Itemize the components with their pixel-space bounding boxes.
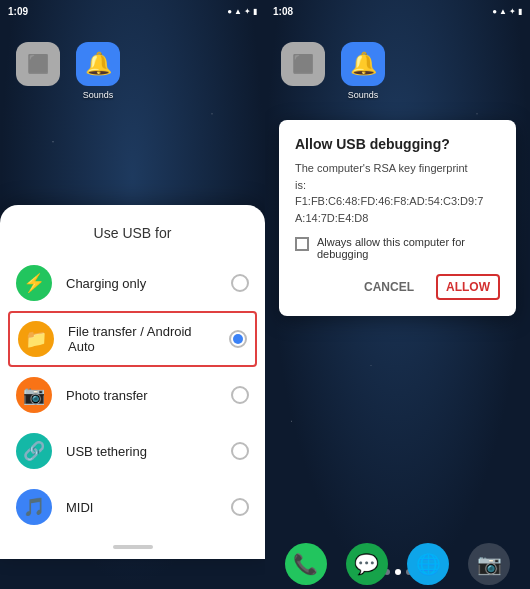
usb-option-tethering[interactable]: 🔗 USB tethering bbox=[0, 423, 265, 479]
nav-bar: 📞 💬 🌐 📷 bbox=[265, 539, 530, 589]
debug-fingerprint1: F1:FB:C6:48:FD:46:F8:AD:54:C3:D9:7 bbox=[295, 195, 483, 207]
midi-icon: 🎵 bbox=[16, 489, 52, 525]
right-wifi-icon: ▲ bbox=[499, 7, 507, 16]
nav-phone[interactable]: 📞 bbox=[285, 543, 327, 585]
filetransfer-label: File transfer / Android Auto bbox=[68, 324, 215, 354]
usb-sheet-title: Use USB for bbox=[0, 225, 265, 241]
charging-label: Charging only bbox=[66, 276, 217, 291]
left-time: 1:09 bbox=[8, 6, 28, 17]
debug-checkbox-row[interactable]: Always allow this computer for debugging bbox=[295, 236, 500, 260]
right-time: 1:08 bbox=[273, 6, 293, 17]
right-bluetooth-icon: ✦ bbox=[509, 7, 516, 16]
photo-label: Photo transfer bbox=[66, 388, 217, 403]
allow-button[interactable]: ALLOW bbox=[436, 274, 500, 300]
nav-camera[interactable]: 📷 bbox=[468, 543, 510, 585]
charging-icon: ⚡ bbox=[16, 265, 52, 301]
sheet-handle bbox=[113, 545, 153, 549]
usb-bottom-sheet: Use USB for ⚡ Charging only 📁 File trans… bbox=[0, 205, 265, 559]
usb-option-photo[interactable]: 📷 Photo transfer bbox=[0, 367, 265, 423]
right-phone: 1:08 ● ▲ ✦ ▮ ⬛ 🔔 Sounds Allow USB debugg… bbox=[265, 0, 530, 589]
filetransfer-radio[interactable] bbox=[229, 330, 247, 348]
cancel-button[interactable]: CANCEL bbox=[356, 274, 422, 300]
right-battery-icon: ▮ bbox=[518, 7, 522, 16]
right-status-bar: 1:08 ● ▲ ✦ ▮ bbox=[265, 0, 530, 22]
debug-body-line1: The computer's RSA key fingerprint bbox=[295, 162, 468, 174]
left-wifi-icon: ▲ bbox=[234, 7, 242, 16]
photo-radio[interactable] bbox=[231, 386, 249, 404]
always-allow-checkbox[interactable] bbox=[295, 237, 309, 251]
left-phone: 1:09 ● ▲ ✦ ▮ ⬛ 🔔 Sounds Use USB for ⚡ Ch… bbox=[0, 0, 265, 589]
left-status-bar: 1:09 ● ▲ ✦ ▮ bbox=[0, 0, 265, 22]
always-allow-label: Always allow this computer for debugging bbox=[317, 236, 500, 260]
nav-messages[interactable]: 💬 bbox=[346, 543, 388, 585]
filetransfer-icon: 📁 bbox=[18, 321, 54, 357]
charging-radio[interactable] bbox=[231, 274, 249, 292]
midi-label: MIDI bbox=[66, 500, 217, 515]
debug-dialog-title: Allow USB debugging? bbox=[295, 136, 500, 152]
nav-browser[interactable]: 🌐 bbox=[407, 543, 449, 585]
tethering-icon: 🔗 bbox=[16, 433, 52, 469]
right-status-icons: ● ▲ ✦ ▮ bbox=[492, 7, 522, 16]
usb-option-charging[interactable]: ⚡ Charging only bbox=[0, 255, 265, 311]
left-status-icons: ● ▲ ✦ ▮ bbox=[227, 7, 257, 16]
debug-dialog-buttons: CANCEL ALLOW bbox=[295, 274, 500, 300]
usb-debug-dialog: Allow USB debugging? The computer's RSA … bbox=[279, 120, 516, 316]
filetransfer-radio-selected bbox=[233, 334, 243, 344]
midi-radio[interactable] bbox=[231, 498, 249, 516]
usb-option-filetransfer[interactable]: 📁 File transfer / Android Auto bbox=[8, 311, 257, 367]
usb-option-midi[interactable]: 🎵 MIDI bbox=[0, 479, 265, 535]
tethering-radio[interactable] bbox=[231, 442, 249, 460]
right-signal-icon: ● bbox=[492, 7, 497, 16]
left-signal-icon: ● bbox=[227, 7, 232, 16]
left-bluetooth-icon: ✦ bbox=[244, 7, 251, 16]
tethering-label: USB tethering bbox=[66, 444, 217, 459]
debug-fingerprint2: A:14:7D:E4:D8 bbox=[295, 212, 368, 224]
debug-dialog-body: The computer's RSA key fingerprint is: F… bbox=[295, 160, 500, 226]
debug-body-line2: is: bbox=[295, 179, 306, 191]
photo-icon: 📷 bbox=[16, 377, 52, 413]
left-battery-icon: ▮ bbox=[253, 7, 257, 16]
